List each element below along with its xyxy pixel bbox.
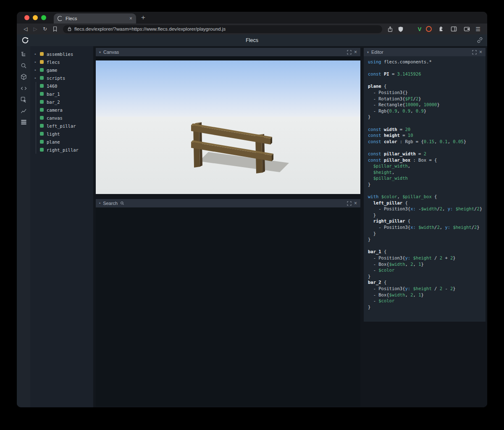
tree-item-label: bar_1 bbox=[47, 92, 60, 97]
toolbar-extensions: V ☰ bbox=[418, 25, 482, 33]
module-icon bbox=[40, 60, 44, 64]
tree-item[interactable]: 1460 bbox=[30, 82, 93, 90]
tree-item[interactable]: right_pillar bbox=[30, 146, 93, 154]
expand-arrow-icon[interactable]: ▸ bbox=[34, 60, 40, 64]
close-icon[interactable]: × bbox=[479, 50, 482, 55]
canvas-panel-title: Canvas bbox=[103, 50, 119, 55]
code-line bbox=[368, 120, 486, 126]
tree-item[interactable]: ▸game bbox=[30, 66, 93, 74]
tree-item-label: right_pillar bbox=[47, 147, 79, 152]
code-line: - Rectangle{10000, 10000} bbox=[368, 102, 486, 108]
tree-item-label: canvas bbox=[47, 115, 63, 121]
editor-panel-header[interactable]: ▾ Editor × bbox=[364, 48, 486, 56]
tree-item[interactable]: bar_1 bbox=[30, 90, 93, 98]
zoom-window-button[interactable] bbox=[41, 15, 46, 20]
sidebar-toggle-icon[interactable] bbox=[449, 25, 458, 33]
tab-close-icon[interactable]: × bbox=[129, 16, 132, 21]
tree-item[interactable]: ▸assemblies bbox=[30, 50, 93, 58]
minimize-window-button[interactable] bbox=[33, 15, 38, 20]
expand-arrow-icon[interactable]: ▸ bbox=[34, 76, 40, 80]
navigation-bar: ◁ ▷ ↻ flecs.dev/explorer/?wasm=https://w… bbox=[17, 24, 487, 34]
chevron-down-icon[interactable]: ▾ bbox=[367, 50, 369, 54]
back-button[interactable]: ◁ bbox=[22, 26, 29, 31]
canvas-3d-viewport[interactable] bbox=[96, 56, 360, 194]
code-line: with $color, $pillar_box { bbox=[368, 194, 486, 200]
code-line: - Position3{x: -$width/2, y: $height/2} bbox=[368, 206, 486, 212]
entities-cube-icon[interactable] bbox=[19, 73, 28, 81]
expand-arrow-icon[interactable]: ▸ bbox=[34, 68, 40, 72]
share-icon[interactable] bbox=[386, 25, 394, 33]
tree-item-label: light bbox=[47, 131, 60, 136]
tree-item[interactable]: light bbox=[30, 130, 93, 138]
editor-code[interactable]: using flecs.components.* const PI = 3.14… bbox=[364, 56, 486, 322]
ring-extension-icon[interactable] bbox=[426, 26, 432, 32]
statistics-chart-icon[interactable] bbox=[19, 107, 28, 115]
fullscreen-icon[interactable] bbox=[347, 50, 352, 55]
tree-guide-line bbox=[34, 146, 40, 154]
code-line: bar_1 { bbox=[368, 249, 486, 255]
bullet-icon[interactable]: • bbox=[99, 201, 100, 205]
new-tab-button[interactable]: + bbox=[141, 13, 145, 22]
code-line: - Rotation3{$PI/2} bbox=[368, 96, 486, 102]
search-panel: • Search × bbox=[96, 199, 360, 406]
code-tool-icon[interactable] bbox=[19, 84, 28, 92]
fullscreen-icon[interactable] bbox=[472, 50, 477, 55]
shield-icon[interactable] bbox=[396, 25, 405, 33]
code-line: - Rgb{0.9, 0.9, 0.9} bbox=[368, 108, 486, 114]
url-text: flecs.dev/explorer/?wasm=https://www.fle… bbox=[74, 26, 226, 31]
search-tool-icon[interactable] bbox=[19, 62, 28, 69]
inspector-cursor-icon[interactable] bbox=[19, 96, 28, 103]
wallet-icon[interactable] bbox=[462, 25, 471, 33]
code-line: right_pillar { bbox=[368, 218, 486, 224]
expand-arrow-icon[interactable]: ▸ bbox=[34, 52, 40, 56]
tree-guide-line bbox=[34, 122, 40, 130]
code-line: - Box{$width, 2, 1} bbox=[368, 261, 486, 267]
tree-guide-line bbox=[34, 130, 40, 138]
search-panel-header[interactable]: • Search × bbox=[96, 199, 360, 207]
close-window-button[interactable] bbox=[24, 15, 29, 20]
entity-icon bbox=[40, 132, 44, 136]
code-line: const pillar_width = 2 bbox=[368, 151, 486, 157]
close-icon[interactable]: × bbox=[354, 201, 357, 206]
close-icon[interactable]: × bbox=[354, 50, 357, 55]
tree-item[interactable]: bar_2 bbox=[30, 98, 93, 106]
code-line: } bbox=[368, 304, 486, 310]
chevron-down-icon[interactable]: ▾ bbox=[99, 50, 101, 54]
tool-sidebar bbox=[17, 46, 30, 407]
module-icon bbox=[40, 52, 44, 56]
fullscreen-icon[interactable] bbox=[347, 201, 352, 206]
tree-view-icon[interactable] bbox=[19, 50, 28, 58]
tree-item[interactable]: plane bbox=[30, 138, 93, 146]
code-line: } bbox=[368, 181, 486, 188]
share-link-icon[interactable] bbox=[477, 37, 483, 43]
extensions-puzzle-icon[interactable] bbox=[436, 25, 445, 33]
entity-icon bbox=[40, 100, 44, 104]
code-line: left_pillar { bbox=[368, 200, 486, 206]
menu-icon[interactable]: ☰ bbox=[475, 26, 480, 32]
browser-tab[interactable]: Flecs × bbox=[54, 13, 136, 24]
bookmark-icon[interactable] bbox=[51, 25, 59, 33]
v-extension-icon[interactable]: V bbox=[418, 26, 422, 32]
tree-item[interactable]: left_pillar bbox=[30, 122, 93, 130]
search-results-area[interactable] bbox=[96, 207, 360, 406]
code-line: - Position3{y: $height / 2 + 2} bbox=[368, 255, 486, 261]
search-panel-title: Search bbox=[103, 201, 118, 206]
canvas-panel-header[interactable]: ▾ Canvas × bbox=[96, 48, 360, 56]
code-line: - Position3{} bbox=[368, 89, 486, 96]
url-bar[interactable]: flecs.dev/explorer/?wasm=https://www.fle… bbox=[63, 25, 382, 33]
tree-item-label: left_pillar bbox=[47, 123, 76, 128]
flecs-explorer-page: Flecs bbox=[17, 34, 487, 407]
tables-rows-icon[interactable] bbox=[19, 118, 28, 126]
tree-guide-line bbox=[34, 138, 40, 146]
tree-item[interactable]: ▸scripts bbox=[30, 74, 93, 82]
tree-item[interactable]: ▸flecs bbox=[30, 58, 93, 66]
tree-guide-line bbox=[34, 90, 40, 98]
tree-item[interactable]: camera bbox=[30, 106, 93, 114]
tree-item[interactable]: canvas bbox=[30, 114, 93, 122]
code-line bbox=[368, 77, 486, 84]
window-controls bbox=[24, 15, 46, 20]
code-line: const PI = 3.1415926 bbox=[368, 71, 486, 77]
reload-button[interactable]: ↻ bbox=[41, 26, 49, 31]
forward-button[interactable]: ▷ bbox=[32, 26, 39, 31]
tab-bar: Flecs × + bbox=[17, 12, 487, 24]
